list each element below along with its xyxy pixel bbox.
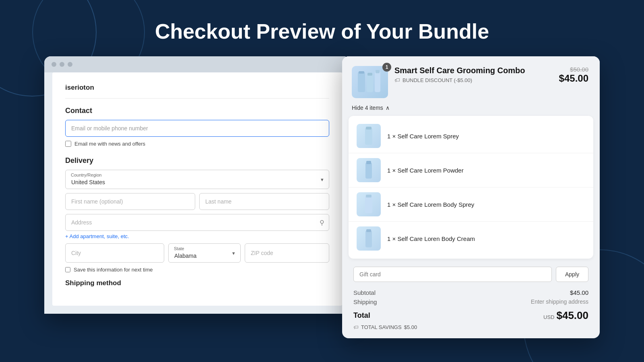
window-dot-2 bbox=[60, 62, 64, 67]
city-state-zip-row: State Alabama ▾ bbox=[65, 243, 329, 263]
order-bottom: Apply Subtotal $45.00 Shipping Enter shi… bbox=[342, 259, 600, 338]
svg-rect-3 bbox=[367, 73, 372, 76]
svg-rect-9 bbox=[366, 161, 371, 164]
discount-shield-icon: 🏷 bbox=[394, 77, 400, 83]
bundle-discount-label: BUNDLE DISCOUNT (-$5.00) bbox=[402, 77, 472, 83]
state-label: State bbox=[174, 246, 184, 251]
item-name-4: 1 × Self Care Loren Body Cream bbox=[387, 235, 475, 242]
shipping-row: Shipping Enter shipping address bbox=[353, 298, 588, 305]
svg-rect-13 bbox=[366, 229, 371, 232]
bundle-discount-row: 🏷 BUNDLE DISCOUNT (-$5.00) bbox=[394, 77, 553, 83]
window-dot-3 bbox=[68, 62, 72, 67]
bundle-name: Smart Self Care Grooming Combo bbox=[394, 66, 553, 75]
checkout-content: iserioton Contact Email me with news and… bbox=[52, 72, 342, 306]
address-field[interactable] bbox=[65, 214, 329, 231]
country-select-wrapper: Country/Region United States ▾ bbox=[65, 170, 329, 189]
total-row: Total USD $45.00 bbox=[353, 309, 588, 322]
svg-rect-0 bbox=[358, 72, 365, 92]
item-name-3: 1 × Self Care Lorem Body Sprey bbox=[387, 201, 474, 208]
address-search-icon: ⚲ bbox=[320, 219, 324, 226]
delivery-section-label: Delivery bbox=[65, 156, 329, 165]
total-label: Total bbox=[353, 311, 370, 320]
item-name-1: 1 × Self Care Lorem Sprey bbox=[387, 133, 459, 140]
savings-shield-icon: 🏷 bbox=[353, 324, 359, 330]
svg-rect-8 bbox=[365, 162, 372, 179]
item-image-2 bbox=[357, 158, 381, 182]
total-value-group: USD $45.00 bbox=[543, 309, 588, 322]
item-name-2: 1 × Self Care Lorem Powder bbox=[387, 167, 464, 174]
total-amount: $45.00 bbox=[556, 309, 588, 322]
contact-section-label: Contact bbox=[65, 107, 329, 115]
item-image-1 bbox=[357, 124, 381, 148]
svg-rect-11 bbox=[366, 195, 372, 197]
gift-card-row: Apply bbox=[353, 267, 588, 282]
svg-rect-1 bbox=[359, 71, 364, 74]
apply-button[interactable]: Apply bbox=[556, 267, 588, 282]
newsletter-row: Email me with news and offers bbox=[65, 141, 329, 147]
shipping-value: Enter shipping address bbox=[531, 298, 588, 305]
hide-items-label: Hide 4 items bbox=[352, 105, 383, 111]
svg-rect-12 bbox=[365, 230, 372, 247]
savings-label: TOTAL SAVINGS bbox=[361, 324, 402, 330]
list-item: 1 × Self Care Loren Body Cream bbox=[349, 222, 593, 255]
bundle-header: 1 Smart Self Care Grooming Combo 🏷 BUNDL… bbox=[342, 56, 600, 105]
checkout-window: iserioton Contact Email me with news and… bbox=[44, 56, 350, 314]
hide-items-chevron-icon: ∧ bbox=[386, 105, 390, 111]
bundle-prices: $50.00 $45.00 bbox=[559, 66, 588, 84]
store-name: iserioton bbox=[65, 84, 329, 99]
svg-rect-10 bbox=[365, 196, 372, 213]
first-name-field[interactable] bbox=[65, 193, 195, 210]
newsletter-label: Email me with news and offers bbox=[74, 141, 145, 147]
bundle-main-image bbox=[352, 66, 388, 98]
sale-price: $45.00 bbox=[559, 73, 588, 84]
save-info-row: Save this information for next time bbox=[65, 267, 329, 273]
item-image-3 bbox=[357, 192, 381, 216]
hide-items-toggle[interactable]: Hide 4 items ∧ bbox=[342, 105, 600, 116]
bundle-product-svg bbox=[354, 68, 386, 96]
shipping-label: Shipping bbox=[353, 298, 377, 305]
original-price: $50.00 bbox=[559, 66, 588, 73]
savings-row: 🏷 TOTAL SAVINGS $5.00 bbox=[353, 324, 588, 330]
subtotal-value: $45.00 bbox=[570, 289, 588, 296]
bundle-image-wrapper: 1 bbox=[352, 66, 388, 98]
svg-rect-5 bbox=[376, 70, 380, 73]
savings-amount: $5.00 bbox=[404, 324, 417, 330]
list-item: 1 × Self Care Lorem Sprey bbox=[349, 119, 593, 153]
window-titlebar bbox=[44, 56, 350, 72]
svg-rect-4 bbox=[375, 71, 380, 92]
gift-card-input[interactable] bbox=[353, 267, 552, 282]
country-select[interactable]: United States bbox=[65, 170, 329, 189]
delivery-section: Delivery Country/Region United States ▾ … bbox=[65, 156, 329, 287]
main-area: iserioton Contact Email me with news and… bbox=[0, 56, 644, 338]
city-field[interactable] bbox=[65, 243, 164, 263]
items-dropdown: 1 × Self Care Lorem Sprey 1 × Self Care … bbox=[349, 116, 593, 259]
svg-rect-7 bbox=[366, 127, 372, 130]
bundle-count-badge: 1 bbox=[382, 63, 391, 72]
save-info-checkbox[interactable] bbox=[65, 267, 70, 272]
svg-rect-2 bbox=[367, 74, 373, 92]
bundle-info: Smart Self Care Grooming Combo 🏷 BUNDLE … bbox=[394, 66, 553, 86]
page-title: Checkout Preview of Your Bundle bbox=[0, 0, 644, 56]
contact-section: Contact Email me with news and offers bbox=[65, 107, 329, 147]
country-label: Country/Region bbox=[71, 173, 101, 177]
list-item: 1 × Self Care Lorem Powder bbox=[349, 153, 593, 187]
subtotal-label: Subtotal bbox=[353, 289, 376, 296]
save-info-label: Save this information for next time bbox=[74, 267, 153, 273]
state-select-wrapper: State Alabama ▾ bbox=[168, 243, 241, 263]
shipping-method-label: Shipping method bbox=[65, 279, 329, 287]
newsletter-checkbox[interactable] bbox=[65, 141, 71, 147]
address-wrapper: ⚲ bbox=[65, 214, 329, 231]
zip-field[interactable] bbox=[245, 243, 329, 263]
list-item: 1 × Self Care Lorem Body Sprey bbox=[349, 187, 593, 222]
name-row bbox=[65, 193, 329, 210]
add-apartment-link[interactable]: + Add apartment, suite, etc. bbox=[65, 233, 129, 239]
email-field[interactable] bbox=[65, 120, 329, 137]
svg-rect-6 bbox=[365, 128, 372, 145]
subtotal-row: Subtotal $45.00 bbox=[353, 289, 588, 296]
window-dot-1 bbox=[52, 62, 56, 67]
item-image-4 bbox=[357, 226, 381, 251]
total-currency: USD bbox=[543, 314, 554, 320]
last-name-field[interactable] bbox=[199, 193, 329, 210]
order-panel: 1 Smart Self Care Grooming Combo 🏷 BUNDL… bbox=[342, 56, 600, 338]
